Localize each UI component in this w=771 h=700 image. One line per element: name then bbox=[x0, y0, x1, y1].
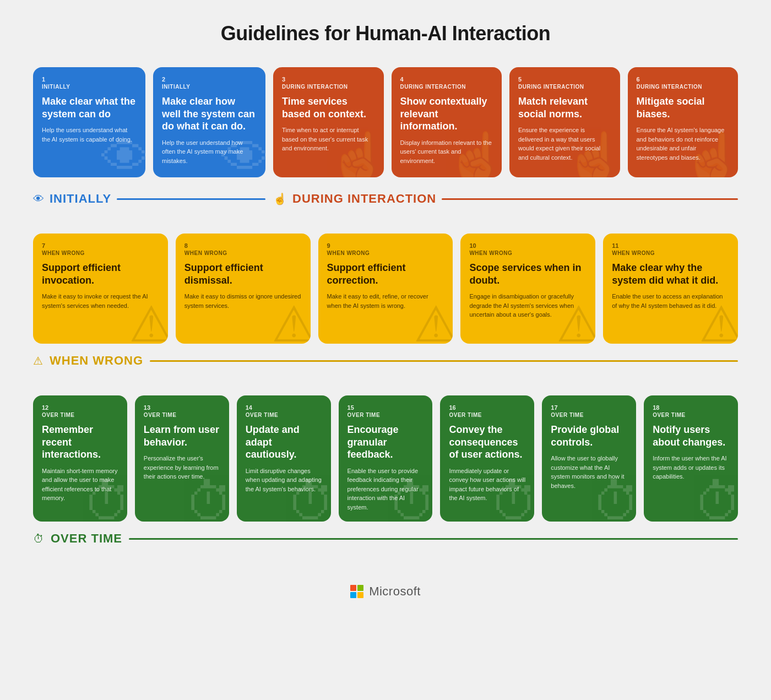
card-title: Convey the consequences of user actions. bbox=[449, 424, 525, 461]
card: ⏱15OVER TIMEEncourage granular feedback.… bbox=[339, 395, 433, 522]
card-num: 16 bbox=[449, 404, 525, 411]
card: ☝4DURING INTERACTIONShow contextually re… bbox=[392, 67, 502, 177]
card-num: 3 bbox=[282, 76, 375, 83]
when-wrong-section: ⚠7WHEN WRONGSupport efficient invocation… bbox=[33, 234, 738, 384]
card-title: Support efficient invocation. bbox=[42, 262, 159, 286]
card-desc: Maintain short-term memory and allow the… bbox=[42, 466, 118, 503]
when-wrong-label: WHEN WRONG bbox=[50, 354, 143, 368]
card: ⏱14OVER TIMEUpdate and adapt cautiously.… bbox=[237, 395, 331, 522]
card-num: 5 bbox=[518, 76, 611, 83]
card-category: OVER TIME bbox=[246, 412, 322, 418]
card: ⚠7WHEN WRONGSupport efficient invocation… bbox=[33, 234, 168, 344]
card-num: 14 bbox=[246, 404, 322, 411]
initially-label: INITIALLY bbox=[50, 192, 111, 206]
card: ⚠10WHEN WRONGScope services when in doub… bbox=[460, 234, 595, 344]
card-num: 4 bbox=[400, 76, 493, 83]
card-category: WHEN WRONG bbox=[42, 250, 159, 256]
over-time-section: ⏱12OVER TIMERemember recent interactions… bbox=[33, 395, 738, 562]
card: 👁1INITIALLYMake clear what the system ca… bbox=[33, 67, 145, 177]
card: ⏱18OVER TIMENotify users about changes.I… bbox=[644, 395, 738, 522]
card-desc: Limit disruptive changes when updating a… bbox=[246, 466, 322, 494]
card: ⏱16OVER TIMEConvey the consequences of u… bbox=[440, 395, 534, 522]
during-cards: ☝3DURING INTERACTIONTime services based … bbox=[273, 67, 738, 177]
card-category: INITIALLY bbox=[42, 84, 137, 90]
card: 👁2INITIALLYMake clear how well the syste… bbox=[153, 67, 265, 177]
card-desc: Enable the user to access an explanation… bbox=[612, 292, 729, 310]
card-desc: Help the user understand how often the A… bbox=[162, 138, 257, 166]
microsoft-logo-row: Microsoft bbox=[350, 584, 421, 599]
card-title: Support efficient correction. bbox=[327, 262, 444, 286]
when-wrong-icon: ⚠ bbox=[33, 354, 43, 367]
card: ⚠9WHEN WRONGSupport efficient correction… bbox=[318, 234, 453, 344]
card-desc: Inform the user when the AI system adds … bbox=[653, 454, 729, 481]
card-title: Learn from user behavior. bbox=[144, 424, 220, 448]
over-time-line bbox=[129, 538, 738, 540]
card: ⏱13OVER TIMELearn from user behavior.Per… bbox=[135, 395, 229, 522]
card-num: 18 bbox=[653, 404, 729, 411]
card-category: DURING INTERACTION bbox=[400, 84, 493, 90]
top-label-row: 👁 INITIALLY ☝ DURING INTERACTION bbox=[33, 187, 738, 206]
card-title: Show contextually relevant information. bbox=[400, 95, 493, 133]
card-category: OVER TIME bbox=[144, 412, 220, 418]
card-category: WHEN WRONG bbox=[469, 250, 587, 256]
card-category: WHEN WRONG bbox=[612, 250, 729, 256]
card-desc: Immediately update or convey how user ac… bbox=[449, 466, 525, 503]
ms-red-square bbox=[350, 585, 356, 591]
card-desc: Make it easy to edit, refine, or recover… bbox=[327, 292, 444, 310]
card-desc: Make it easy to dismiss or ignore undesi… bbox=[184, 292, 302, 310]
card-desc: Make it easy to invoke or request the AI… bbox=[42, 292, 159, 310]
card-watermark: ⏱ bbox=[185, 477, 229, 522]
card-num: 11 bbox=[612, 242, 729, 249]
card-title: Provide global controls. bbox=[551, 424, 627, 448]
card-num: 1 bbox=[42, 76, 137, 83]
card-desc: Enable the user to provide feedback indi… bbox=[348, 466, 424, 512]
card-num: 2 bbox=[162, 76, 257, 83]
card-num: 17 bbox=[551, 404, 627, 411]
card-category: OVER TIME bbox=[42, 412, 118, 418]
card: ☝3DURING INTERACTIONTime services based … bbox=[273, 67, 384, 177]
card-desc: Ensure the experience is delivered in a … bbox=[518, 126, 611, 162]
during-line bbox=[442, 198, 738, 200]
card-desc: Help the users understand what the AI sy… bbox=[42, 126, 137, 144]
card-desc: Personalize the user's experience by lea… bbox=[144, 454, 220, 481]
card-desc: Time when to act or interrupt based on t… bbox=[282, 126, 375, 153]
over-time-label: OVER TIME bbox=[51, 531, 122, 546]
card-category: INITIALLY bbox=[162, 84, 257, 90]
card: ⚠11WHEN WRONGMake clear why the system d… bbox=[603, 234, 738, 344]
over-time-cards-row: ⏱12OVER TIMERemember recent interactions… bbox=[33, 395, 738, 522]
card-watermark: ⏱ bbox=[694, 477, 738, 522]
card-title: Make clear why the system did what it di… bbox=[612, 262, 729, 286]
card-category: OVER TIME bbox=[348, 412, 424, 418]
card-title: Make clear what the system can do bbox=[42, 95, 137, 120]
card-title: Mitigate social biases. bbox=[637, 95, 730, 120]
card: ⏱12OVER TIMERemember recent interactions… bbox=[33, 395, 127, 522]
ms-blue-square bbox=[350, 592, 356, 598]
ms-yellow-square bbox=[357, 592, 363, 598]
page-title: Guidelines for Human-AI Interaction bbox=[221, 22, 551, 45]
card-category: WHEN WRONG bbox=[327, 250, 444, 256]
card-desc: Allow the user to globally customize wha… bbox=[551, 454, 627, 490]
card-desc: Ensure the AI system's language and beha… bbox=[637, 126, 730, 162]
during-icon: ☝ bbox=[273, 192, 287, 205]
card-title: Support efficient dismissal. bbox=[184, 262, 302, 286]
card-num: 8 bbox=[184, 242, 302, 249]
microsoft-logo-grid bbox=[350, 585, 363, 598]
top-section: 👁1INITIALLYMake clear what the system ca… bbox=[33, 67, 738, 223]
initially-line bbox=[117, 198, 265, 200]
card-num: 10 bbox=[469, 242, 587, 249]
card-category: DURING INTERACTION bbox=[637, 84, 730, 90]
initially-cards: 👁1INITIALLYMake clear what the system ca… bbox=[33, 67, 265, 177]
card-desc: Engage in disambiguation or gracefully d… bbox=[469, 292, 587, 319]
card-num: 13 bbox=[144, 404, 220, 411]
card-title: Encourage granular feedback. bbox=[348, 424, 424, 461]
card-category: DURING INTERACTION bbox=[282, 84, 375, 90]
card-category: DURING INTERACTION bbox=[518, 84, 611, 90]
card-num: 9 bbox=[327, 242, 444, 249]
card-title: Remember recent interactions. bbox=[42, 424, 118, 461]
card-category: WHEN WRONG bbox=[184, 250, 302, 256]
when-wrong-label-row: ⚠ WHEN WRONG bbox=[33, 354, 738, 368]
initially-icon: 👁 bbox=[33, 193, 44, 205]
ms-green-square bbox=[357, 585, 363, 591]
card-num: 12 bbox=[42, 404, 118, 411]
card-title: Time services based on context. bbox=[282, 95, 375, 120]
